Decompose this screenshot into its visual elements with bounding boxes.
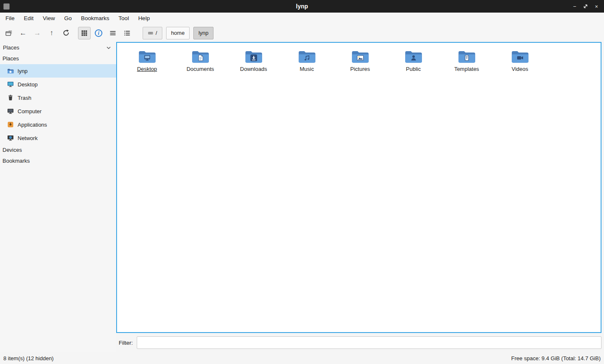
emblem-person-icon — [410, 55, 417, 61]
sidebar-item-desktop[interactable]: Desktop — [0, 78, 116, 91]
file-manager-window: lynp − × File Edit View Go Bookmarks Too… — [0, 0, 604, 364]
sidebar-item-lynp[interactable]: lynp — [0, 64, 116, 78]
folder-item-documents[interactable]: Documents — [174, 47, 227, 72]
folder-icon — [404, 49, 423, 64]
sidebar-panel-selector[interactable]: Places — [0, 42, 116, 53]
close-icon[interactable]: × — [592, 2, 601, 10]
new-tab-button[interactable] — [3, 27, 15, 39]
emblem-desktop-icon — [144, 55, 151, 61]
folder-icon — [458, 49, 476, 64]
sidebar-panel-title: Places — [3, 44, 19, 51]
folder-item-videos[interactable]: Videos — [493, 47, 547, 72]
menu-view[interactable]: View — [38, 13, 60, 23]
path-root-label: / — [156, 30, 157, 36]
folder-label: Public — [406, 66, 421, 72]
path-segment-lynp[interactable]: lynp — [193, 27, 213, 39]
folder-icon — [138, 49, 156, 64]
path-bar: / home lynp — [143, 27, 213, 39]
compact-view-button[interactable] — [107, 27, 119, 39]
filter-label: Filter: — [119, 340, 133, 346]
sidebar-item-network[interactable]: Network — [0, 131, 116, 145]
status-items-count: 8 item(s) (12 hidden) — [3, 355, 54, 361]
path-segment-home[interactable]: home — [166, 27, 190, 39]
menu-file[interactable]: File — [1, 13, 19, 23]
folder-item-music[interactable]: Music — [280, 47, 333, 72]
folder-label: Downloads — [240, 66, 267, 72]
sidebar-item-label: Network — [18, 135, 38, 141]
content-area: Places Places lynp — [0, 42, 604, 352]
folder-item-desktop[interactable]: Desktop — [120, 47, 174, 72]
folder-icon — [351, 49, 370, 64]
emblem-music-icon — [304, 55, 310, 61]
folder-view[interactable]: Desktop Documents — [116, 42, 601, 333]
filter-input[interactable] — [137, 336, 601, 349]
folder-icon — [511, 49, 529, 64]
sidebar-item-trash[interactable]: Trash — [0, 91, 116, 104]
minimize-icon[interactable]: − — [570, 2, 579, 10]
trash-icon — [7, 94, 14, 101]
up-button[interactable]: ↑ — [45, 27, 58, 39]
up-arrow-icon: ↑ — [50, 29, 54, 36]
menu-help[interactable]: Help — [133, 13, 154, 23]
right-pane: Desktop Documents — [116, 42, 601, 352]
network-icon — [7, 135, 14, 141]
sidebar-item-label: lynp — [18, 68, 28, 74]
computer-icon — [7, 108, 14, 114]
info-icon: i — [95, 29, 102, 37]
menu-bookmarks[interactable]: Bookmarks — [76, 13, 114, 23]
emblem-document-icon — [197, 55, 204, 61]
back-button[interactable]: ← — [17, 27, 29, 39]
sidebar-item-label: Desktop — [18, 81, 38, 88]
emblem-template-icon — [463, 55, 470, 61]
reload-button[interactable] — [60, 27, 72, 39]
reload-icon — [62, 29, 70, 36]
sidebar-category-devices[interactable]: Devices — [0, 145, 116, 156]
sidebar-item-label: Trash — [18, 95, 31, 101]
desktop-icon — [7, 81, 14, 88]
sidebar: Places Places lynp — [0, 42, 116, 352]
emblem-picture-icon — [357, 55, 364, 61]
folder-icon — [298, 49, 316, 64]
folder-icon — [191, 49, 210, 64]
new-window-icon — [5, 29, 13, 37]
list-view-icon — [124, 30, 130, 36]
menu-edit[interactable]: Edit — [19, 13, 38, 23]
folder-item-public[interactable]: Public — [387, 47, 440, 72]
status-free-space: Free space: 9.4 GiB (Total: 14.7 GiB) — [511, 355, 601, 361]
forward-arrow-icon: → — [34, 29, 41, 36]
menu-tool[interactable]: Tool — [114, 13, 134, 23]
titlebar: lynp − × — [0, 0, 604, 13]
toolbar: ← → ↑ i — [0, 24, 604, 42]
emblem-video-icon — [517, 55, 523, 61]
chevron-down-icon — [106, 46, 111, 49]
folder-item-downloads[interactable]: Downloads — [227, 47, 280, 72]
window-controls: − × — [570, 2, 604, 10]
menu-go[interactable]: Go — [60, 13, 76, 23]
icon-view-button[interactable] — [78, 27, 91, 39]
grid-view-icon — [81, 30, 88, 36]
path-root-button[interactable]: / — [143, 27, 162, 39]
folder-label: Documents — [187, 66, 214, 72]
folder-label: Pictures — [350, 66, 370, 72]
sidebar-item-applications[interactable]: Applications — [0, 118, 116, 131]
home-folder-icon — [7, 68, 14, 74]
hamburger-icon — [109, 30, 116, 36]
app-icon — [3, 3, 10, 10]
sidebar-category-places[interactable]: Places — [0, 53, 116, 64]
folder-label: Templates — [454, 66, 479, 72]
restore-icon[interactable] — [581, 2, 590, 10]
menubar: File Edit View Go Bookmarks Tool Help — [0, 13, 604, 24]
folder-item-pictures[interactable]: Pictures — [333, 47, 387, 72]
folder-icon — [245, 49, 263, 64]
path-lynp-label: lynp — [198, 30, 208, 36]
forward-button[interactable]: → — [31, 27, 44, 39]
applications-icon — [7, 121, 14, 128]
drive-icon — [148, 30, 154, 36]
sidebar-item-label: Computer — [18, 108, 42, 114]
detailed-list-view-button[interactable] — [121, 27, 133, 39]
folder-item-templates[interactable]: Templates — [440, 47, 493, 72]
sidebar-item-computer[interactable]: Computer — [0, 104, 116, 118]
folder-label: Music — [300, 66, 314, 72]
sidebar-category-bookmarks[interactable]: Bookmarks — [0, 156, 116, 166]
thumbnail-view-button[interactable]: i — [92, 27, 105, 39]
